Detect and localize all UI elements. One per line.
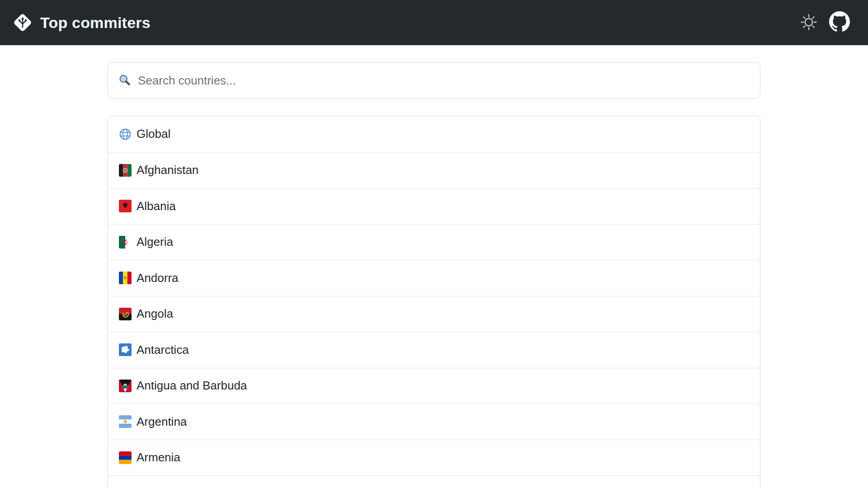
am-flag-icon [119, 451, 132, 464]
af-flag-icon [119, 164, 132, 177]
ad-flag-icon [119, 272, 132, 284]
al-flag-icon [119, 200, 132, 212]
country-row[interactable]: Armenia [108, 440, 760, 476]
dz-flag-icon [119, 236, 132, 249]
country-name: Afghanistan [137, 163, 198, 177]
github-link[interactable] [829, 11, 850, 34]
header-actions [799, 11, 850, 34]
github-icon [829, 11, 850, 34]
country-row[interactable]: Global [108, 116, 760, 152]
country-name: Algeria [137, 235, 173, 249]
country-row[interactable]: Andorra [108, 260, 760, 296]
page-title: Top commiters [40, 14, 151, 32]
country-row[interactable]: Albania [108, 188, 760, 224]
country-name: Albania [137, 199, 176, 213]
country-row[interactable]: Antigua and Barbuda [108, 368, 760, 404]
sun-icon [799, 13, 818, 33]
country-name: Argentina [137, 415, 187, 429]
magnifier-icon [118, 74, 132, 87]
ao-flag-icon [119, 308, 132, 320]
country-row[interactable]: Antarctica [108, 332, 760, 368]
app-header: Top commiters [0, 0, 868, 45]
country-row[interactable]: Angola [108, 296, 760, 332]
git-logo-icon [12, 12, 33, 33]
country-name: Angola [137, 307, 173, 321]
aq-flag-icon [119, 343, 132, 356]
main-content: Global Afghanistan Albania Algeria Andor… [108, 62, 760, 488]
brand: Top commiters [12, 12, 151, 33]
ag-flag-icon [119, 380, 132, 392]
country-row[interactable]: Algeria [108, 224, 760, 260]
country-name: Armenia [137, 450, 180, 465]
country-row[interactable]: Argentina [108, 404, 760, 440]
search-box [108, 62, 760, 99]
country-name: Antigua and Barbuda [137, 379, 247, 393]
ar-flag-icon [119, 415, 132, 428]
country-row[interactable]: Afghanistan [108, 152, 760, 188]
search-input[interactable] [137, 66, 750, 94]
country-name: Global [137, 127, 170, 141]
country-name: Antarctica [137, 343, 189, 357]
globe-icon [119, 128, 132, 141]
country-row-partial [108, 475, 760, 488]
country-name: Andorra [137, 271, 179, 285]
theme-toggle-button[interactable] [799, 13, 818, 33]
country-list: Global Afghanistan Albania Algeria Andor… [108, 116, 760, 488]
